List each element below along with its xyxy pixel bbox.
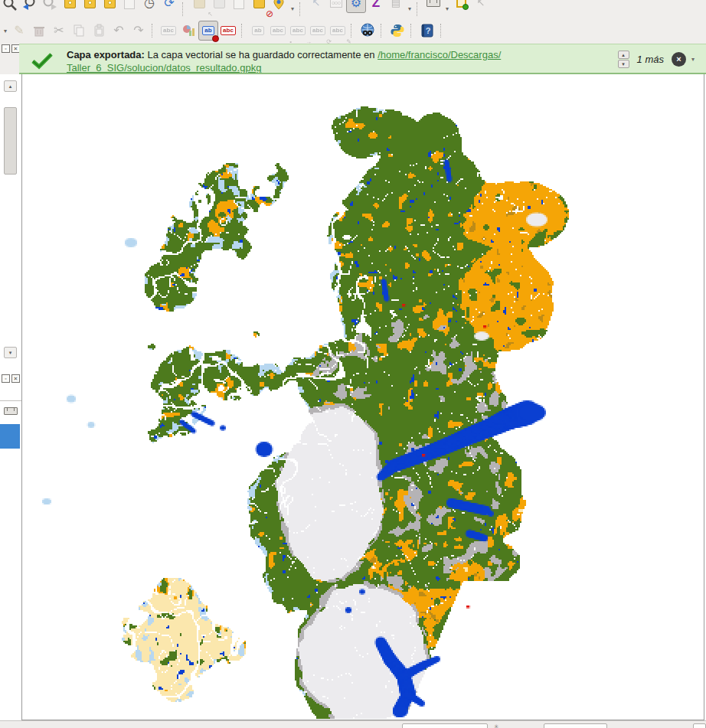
metasearch-icon[interactable] (358, 21, 378, 41)
python-console-icon[interactable] (387, 21, 407, 41)
new-bookmark-icon[interactable] (60, 0, 80, 13)
z-tool-icon[interactable]: Z (366, 0, 386, 13)
delete-selected-icon[interactable] (29, 21, 49, 41)
chevron-down-icon[interactable]: ▾ (2, 28, 9, 34)
go-to-location-icon[interactable] (269, 0, 289, 13)
status-bar: ✳ (0, 720, 706, 728)
selected-list-item[interactable] (0, 424, 20, 449)
svg-text:?: ? (426, 26, 431, 35)
move-label-icon[interactable]: abc→ (288, 21, 308, 41)
left-panel-sliver: ▴ ▾ ▫ ✕ (0, 74, 21, 720)
redo-icon[interactable]: ↷ (129, 21, 149, 41)
help-icon[interactable]: ? (417, 21, 437, 41)
coordinate-box[interactable] (402, 723, 488, 728)
spin-down-button[interactable]: ▾ (618, 60, 629, 68)
field-calculator-icon[interactable]: ▤ (386, 0, 406, 13)
status-icon: ✳ (494, 724, 502, 728)
layer-diagram-options-icon[interactable]: abc (218, 21, 238, 41)
bookmark-manager-icon[interactable] (100, 0, 119, 13)
toolbar-separator (381, 24, 384, 38)
map-canvas-frame (21, 74, 704, 720)
zoom-last-icon[interactable] (20, 0, 40, 13)
select-by-form-icon[interactable]: ↖ (306, 0, 326, 13)
panel-float-button[interactable]: ▫ (2, 44, 10, 53)
scroll-down-button[interactable]: ▾ (4, 347, 17, 358)
diagram-options-icon[interactable] (178, 21, 198, 41)
more-messages-label: 1 más (637, 54, 664, 65)
message-bar: Capa exportada: La capa vectorial se ha … (19, 44, 706, 74)
close-message-icon[interactable]: × (672, 52, 686, 67)
paste-features-icon[interactable] (89, 21, 109, 41)
toolbar-separator (241, 24, 245, 38)
layer-labeling-options-icon[interactable]: ab (198, 21, 218, 41)
identify-features-icon[interactable]: ↖ (471, 0, 491, 13)
message-spinner: ▴ ▾ (618, 51, 629, 68)
undo-icon[interactable]: ↶ (109, 21, 129, 41)
show-bookmarks-icon[interactable] (80, 0, 100, 13)
scale-box[interactable] (544, 723, 607, 728)
scrollbar-thumb[interactable] (4, 107, 17, 175)
vertex-tool-icon[interactable] (451, 0, 471, 13)
lower-panel (0, 400, 21, 719)
select-features-icon[interactable]: ↖ (189, 0, 209, 13)
success-check-icon (30, 51, 54, 70)
change-label-icon[interactable]: abc✎ (328, 21, 348, 41)
chevron-down-icon[interactable]: ▾ (443, 5, 451, 12)
pin-labels-icon[interactable]: ab (248, 21, 268, 41)
select-polygon-icon[interactable] (209, 0, 229, 13)
export-path-link-line2[interactable]: Taller_6_SIG/solucion/datos_resultado.gp… (67, 62, 261, 73)
message-body: La capa vectorial se ha guardado correct… (145, 49, 378, 60)
highlight-pinned-labels-icon[interactable]: abc• (268, 21, 288, 41)
toolbar-row-navigation: ◷ ⟳ ↖ ⊘ ▾ ↖ ooo ⚙ Z ▤ ▾ ▾ ↖ (0, 0, 706, 18)
toolbar-area: ◷ ⟳ ↖ ⊘ ▾ ↖ ooo ⚙ Z ▤ ▾ ▾ ↖ ▾ ✎ ✂ ↶ ↷ ab… (0, 0, 706, 44)
panel2-float-button[interactable]: ▫ (2, 374, 10, 383)
processing-toolbox-icon[interactable]: ⚙ (346, 0, 366, 13)
scroll-up-button[interactable]: ▴ (4, 80, 17, 92)
invert-selection-icon[interactable] (229, 0, 249, 13)
status-widget[interactable] (693, 723, 706, 728)
panel-corner: ▫ ✕ (0, 44, 19, 74)
new-layout-icon[interactable] (119, 0, 139, 13)
rotate-label-icon[interactable]: abc⟳ (308, 21, 328, 41)
toolbar-separator (410, 24, 414, 38)
toolbar-separator (351, 24, 355, 38)
toolbar-row-labeling: ▾ ✎ ✂ ↶ ↷ abc ab abc ab abc• abc→ abc⟳ a… (0, 18, 706, 44)
chevron-down-icon[interactable]: ▾ (406, 5, 413, 12)
label-tag-icon[interactable]: abc (159, 21, 178, 41)
map-canvas[interactable] (22, 74, 704, 719)
chevron-down-icon[interactable]: ▾ (289, 5, 296, 12)
message-text: Capa exportada: La capa vectorial se ha … (67, 48, 572, 74)
panel-tool-icon (4, 407, 18, 415)
zoom-next-icon[interactable] (40, 0, 60, 13)
toolbar-separator (182, 2, 186, 16)
toolbar-separator (152, 24, 155, 38)
toolbar-separator (299, 2, 303, 16)
chevron-down-icon[interactable]: ▾ (689, 56, 697, 63)
zoom-in-icon[interactable] (0, 0, 20, 13)
toolbar-separator (440, 24, 444, 38)
toggle-editing-icon[interactable]: ✎ (9, 21, 29, 41)
export-path-link[interactable]: /home/francisco/Descargas/ (378, 49, 501, 60)
deselect-all-icon[interactable]: ⊘ (249, 0, 269, 13)
cut-features-icon[interactable]: ✂ (49, 21, 69, 41)
panel2-close-button[interactable]: ✕ (11, 374, 20, 383)
message-title: Capa exportada: (67, 49, 145, 60)
temporal-controller-icon[interactable]: ◷ (139, 0, 159, 13)
copy-features-icon[interactable] (69, 21, 89, 41)
toolbar-separator (417, 2, 420, 16)
refresh-map-icon[interactable]: ⟳ (159, 0, 179, 13)
spin-up-button[interactable]: ▴ (618, 51, 629, 59)
attribute-table-icon[interactable]: ooo (326, 0, 346, 13)
measure-icon[interactable] (423, 0, 443, 13)
